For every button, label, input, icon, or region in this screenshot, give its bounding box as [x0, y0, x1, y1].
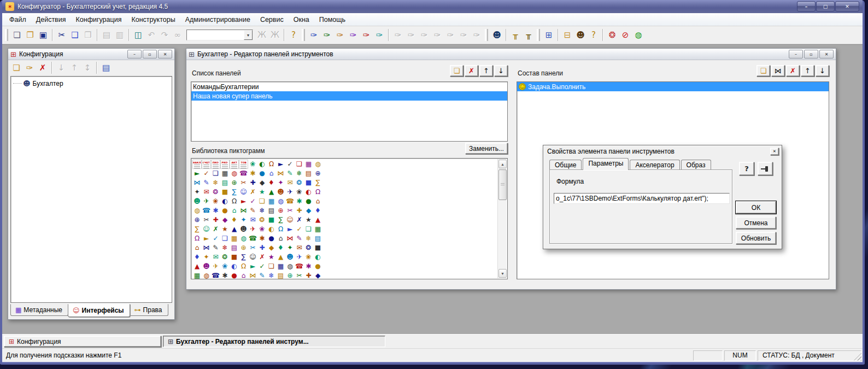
menu-item-5[interactable]: Администрирование [180, 14, 255, 25]
editor-minimize-button[interactable]: – [789, 50, 803, 58]
library-icon[interactable]: ✦ [239, 215, 248, 225]
dialog-pin-button[interactable] [758, 162, 773, 175]
library-icon[interactable]: ❏ [267, 262, 276, 271]
editor-restore-button[interactable]: ▫ [804, 50, 818, 58]
library-icon[interactable]: ☺ [202, 225, 211, 234]
library-icon[interactable]: ✉ [248, 215, 257, 225]
library-icon[interactable]: ✚ [257, 243, 267, 253]
library-icon[interactable]: ★ [304, 215, 313, 225]
library-icon[interactable]: ▤ [267, 206, 276, 215]
library-icon[interactable]: ☎ [248, 234, 257, 243]
library-icon[interactable]: ✦ [285, 243, 295, 253]
open-folder-icon[interactable]: ❐ [24, 29, 37, 41]
item-up-button[interactable]: ↑ [801, 65, 814, 77]
item-down-button[interactable]: ↓ [816, 65, 829, 77]
library-icon[interactable]: ❀ [257, 225, 267, 234]
library-icon[interactable]: ☻ [202, 262, 211, 271]
ok-button[interactable]: ОК [736, 201, 776, 214]
valve-closed-icon[interactable]: ╥ [522, 29, 535, 41]
replace-button[interactable]: Заменить... [465, 143, 508, 154]
library-icon[interactable]: ▦ [267, 197, 276, 206]
library-icon[interactable]: ✂ [285, 206, 295, 215]
library-icon[interactable]: ❏ [257, 197, 267, 206]
panels-listbox[interactable]: КомандыБухгалтерииНаша новая супер панел… [191, 81, 508, 142]
stop-icon[interactable]: ⊘ [619, 29, 632, 41]
library-icon[interactable]: ⊕ [192, 215, 202, 225]
library-icon[interactable]: ◍ [202, 271, 211, 280]
library-icon[interactable]: ✉ [295, 243, 304, 253]
library-icon[interactable]: ♦ [267, 178, 276, 188]
library-icon[interactable]: ✦ [202, 253, 211, 262]
library-icon[interactable]: ⋈ [202, 243, 211, 253]
library-icon[interactable]: ★ [257, 188, 267, 197]
panel-list-item[interactable]: КомандыБухгалтерии [191, 82, 507, 91]
hierarchy-icon[interactable]: ⊞ [542, 29, 555, 41]
library-icon[interactable]: ❄ [211, 178, 220, 188]
library-icon[interactable]: ✚ [295, 206, 304, 215]
library-icon[interactable]: ✎ [202, 178, 211, 188]
resize-grip[interactable] [854, 353, 861, 361]
icon-library-scrollbar[interactable]: ▲ ▼ [497, 159, 507, 278]
panel-down-button[interactable]: ↓ [494, 65, 508, 77]
library-icon[interactable]: ✈ [295, 253, 304, 262]
dialog-tab-2[interactable]: Параметры [583, 158, 629, 170]
library-icon[interactable]: ● [257, 169, 267, 178]
update-button[interactable]: Обновить [736, 232, 776, 244]
constructor-1-icon[interactable]: ✑ [307, 29, 320, 41]
configuration-minimize-button[interactable]: – [127, 50, 142, 58]
user-monitor-icon[interactable]: ☻ [490, 29, 503, 41]
library-icon[interactable]: ⌂ [230, 206, 239, 215]
scroll-thumb[interactable] [498, 169, 507, 200]
library-icon[interactable]: ✱ [220, 271, 230, 280]
library-icon[interactable]: ⊕ [313, 169, 322, 178]
metadata-window-icon[interactable]: ◫ [132, 29, 145, 41]
dialog-help-button[interactable]: ? [739, 162, 754, 175]
library-icon[interactable]: ☻ [276, 188, 285, 197]
cut-icon[interactable]: ✂ [55, 29, 68, 41]
library-icon[interactable]: ⊕ [285, 271, 295, 280]
library-icon[interactable]: ☻ [192, 197, 202, 206]
library-icon[interactable]: ◐ [313, 253, 322, 262]
editor-close-button[interactable]: ✕ [819, 50, 834, 58]
library-icon[interactable]: ✂ [239, 178, 248, 188]
constructor-4-icon[interactable]: ✑ [347, 29, 360, 41]
library-icon[interactable]: ◐ [257, 160, 267, 169]
library-icon[interactable]: ❂ [304, 243, 313, 253]
constructor-3-icon[interactable]: ✑ [333, 29, 347, 41]
tab-rights[interactable]: ⊶Права [130, 304, 168, 316]
add-separator-button[interactable]: ⋈ [771, 65, 785, 77]
library-icon[interactable]: ❂ [295, 178, 304, 188]
library-icon[interactable]: ✱ [295, 197, 304, 206]
combo-dropdown-arrow[interactable]: ▼ [244, 30, 253, 40]
library-icon[interactable]: ● [304, 197, 313, 206]
library-icon[interactable]: ❄ [267, 271, 276, 280]
library-icon[interactable]: ☎ [239, 169, 248, 178]
library-icon[interactable]: ▤ [230, 243, 239, 253]
scroll-down-icon[interactable]: ▼ [498, 269, 507, 278]
library-icon[interactable]: ☺ [285, 215, 295, 225]
library-icon[interactable]: ✉ [211, 253, 220, 262]
library-icon[interactable]: ☎ [295, 262, 304, 271]
library-icon[interactable]: ■ [304, 178, 313, 188]
library-icon[interactable]: АКТ [230, 160, 239, 169]
library-icon[interactable]: ♦ [276, 243, 285, 253]
library-icon[interactable]: ■ [230, 253, 239, 262]
library-icon[interactable]: ► [239, 197, 248, 206]
library-icon[interactable]: ► [276, 160, 285, 169]
library-icon[interactable]: РКО [220, 160, 230, 169]
formula-input[interactable] [554, 193, 730, 204]
library-icon[interactable]: ► [248, 262, 257, 271]
library-icon[interactable]: ◍ [192, 206, 202, 215]
library-icon[interactable]: ✎ [295, 234, 304, 243]
library-icon[interactable]: ✂ [295, 271, 304, 280]
library-icon[interactable]: ◆ [313, 271, 322, 280]
library-icon[interactable]: ⌂ [313, 197, 322, 206]
library-icon[interactable]: Ω [267, 160, 276, 169]
library-icon[interactable]: ✓ [211, 234, 220, 243]
library-icon[interactable]: ❀ [304, 253, 313, 262]
library-icon[interactable]: ♦ [230, 215, 239, 225]
library-icon[interactable]: ❏ [220, 234, 230, 243]
constructor-5-icon[interactable]: ✑ [360, 29, 373, 41]
minimize-button[interactable]: – [797, 1, 816, 11]
library-icon[interactable]: Ω [276, 225, 285, 234]
